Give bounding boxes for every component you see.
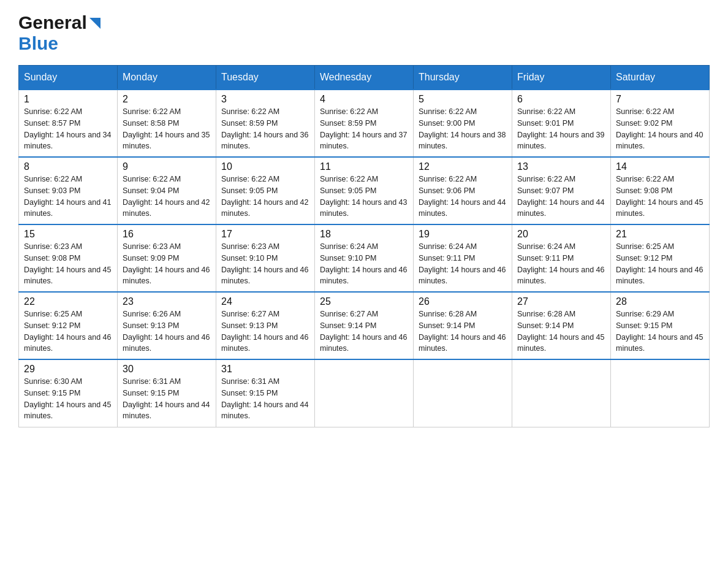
day-headers-row: SundayMondayTuesdayWednesdayThursdayFrid… (19, 66, 710, 90)
day-cell-4: 4Sunrise: 6:22 AMSunset: 8:59 PMDaylight… (315, 90, 414, 157)
day-cell-19: 19Sunrise: 6:24 AMSunset: 9:11 PMDayligh… (414, 224, 512, 292)
day-info: Sunrise: 6:23 AMSunset: 9:09 PMDaylight:… (123, 242, 210, 285)
day-number: 30 (123, 364, 211, 375)
day-info: Sunrise: 6:22 AMSunset: 8:58 PMDaylight:… (123, 107, 210, 150)
empty-cell (512, 359, 611, 427)
day-header-friday: Friday (512, 66, 611, 90)
day-cell-27: 27Sunrise: 6:28 AMSunset: 9:14 PMDayligh… (512, 292, 611, 359)
day-info: Sunrise: 6:22 AMSunset: 8:57 PMDaylight:… (24, 107, 111, 150)
day-cell-21: 21Sunrise: 6:25 AMSunset: 9:12 PMDayligh… (611, 224, 710, 292)
day-number: 12 (419, 161, 507, 172)
day-cell-5: 5Sunrise: 6:22 AMSunset: 9:00 PMDaylight… (414, 90, 512, 157)
day-info: Sunrise: 6:22 AMSunset: 9:01 PMDaylight:… (517, 107, 604, 150)
day-cell-29: 29Sunrise: 6:30 AMSunset: 9:15 PMDayligh… (19, 359, 118, 427)
day-cell-26: 26Sunrise: 6:28 AMSunset: 9:14 PMDayligh… (414, 292, 512, 359)
day-number: 23 (123, 296, 211, 307)
day-number: 16 (123, 229, 211, 240)
day-cell-25: 25Sunrise: 6:27 AMSunset: 9:14 PMDayligh… (315, 292, 414, 359)
day-cell-18: 18Sunrise: 6:24 AMSunset: 9:10 PMDayligh… (315, 224, 414, 292)
day-number: 13 (517, 161, 605, 172)
day-cell-2: 2Sunrise: 6:22 AMSunset: 8:58 PMDaylight… (118, 90, 216, 157)
day-info: Sunrise: 6:24 AMSunset: 9:10 PMDaylight:… (320, 242, 407, 285)
day-cell-3: 3Sunrise: 6:22 AMSunset: 8:59 PMDaylight… (216, 90, 315, 157)
logo-general-text: General (18, 12, 87, 33)
day-number: 4 (320, 94, 408, 105)
day-info: Sunrise: 6:24 AMSunset: 9:11 PMDaylight:… (419, 242, 506, 285)
empty-cell (611, 359, 710, 427)
day-cell-7: 7Sunrise: 6:22 AMSunset: 9:02 PMDaylight… (611, 90, 710, 157)
day-info: Sunrise: 6:24 AMSunset: 9:11 PMDaylight:… (517, 242, 604, 285)
day-cell-12: 12Sunrise: 6:22 AMSunset: 9:06 PMDayligh… (414, 157, 512, 224)
day-info: Sunrise: 6:22 AMSunset: 9:00 PMDaylight:… (419, 107, 506, 150)
svg-marker-0 (89, 18, 100, 29)
day-number: 27 (517, 296, 605, 307)
day-info: Sunrise: 6:29 AMSunset: 9:15 PMDaylight:… (616, 310, 703, 353)
day-cell-23: 23Sunrise: 6:26 AMSunset: 9:13 PMDayligh… (118, 292, 216, 359)
day-number: 24 (221, 296, 309, 307)
day-info: Sunrise: 6:22 AMSunset: 9:06 PMDaylight:… (419, 175, 506, 218)
day-cell-11: 11Sunrise: 6:22 AMSunset: 9:05 PMDayligh… (315, 157, 414, 224)
day-number: 6 (517, 94, 605, 105)
week-row-5: 29Sunrise: 6:30 AMSunset: 9:15 PMDayligh… (19, 359, 710, 427)
day-number: 3 (221, 94, 309, 105)
day-number: 7 (616, 94, 704, 105)
day-info: Sunrise: 6:22 AMSunset: 9:05 PMDaylight:… (320, 175, 407, 218)
day-cell-10: 10Sunrise: 6:22 AMSunset: 9:05 PMDayligh… (216, 157, 315, 224)
day-header-thursday: Thursday (414, 66, 512, 90)
day-number: 22 (24, 296, 112, 307)
day-info: Sunrise: 6:30 AMSunset: 9:15 PMDaylight:… (24, 377, 111, 420)
day-header-sunday: Sunday (19, 66, 118, 90)
day-cell-28: 28Sunrise: 6:29 AMSunset: 9:15 PMDayligh… (611, 292, 710, 359)
day-number: 2 (123, 94, 211, 105)
day-info: Sunrise: 6:22 AMSunset: 9:04 PMDaylight:… (123, 175, 210, 218)
day-info: Sunrise: 6:22 AMSunset: 9:05 PMDaylight:… (221, 175, 308, 218)
day-info: Sunrise: 6:22 AMSunset: 9:08 PMDaylight:… (616, 175, 703, 218)
day-cell-31: 31Sunrise: 6:31 AMSunset: 9:15 PMDayligh… (216, 359, 315, 427)
day-info: Sunrise: 6:28 AMSunset: 9:14 PMDaylight:… (517, 310, 604, 353)
day-number: 31 (221, 364, 309, 375)
logo-blue-text: Blue (18, 33, 58, 53)
day-number: 17 (221, 229, 309, 240)
day-cell-30: 30Sunrise: 6:31 AMSunset: 9:15 PMDayligh… (118, 359, 216, 427)
day-cell-13: 13Sunrise: 6:22 AMSunset: 9:07 PMDayligh… (512, 157, 611, 224)
day-number: 1 (24, 94, 112, 105)
day-info: Sunrise: 6:25 AMSunset: 9:12 PMDaylight:… (24, 310, 111, 353)
day-info: Sunrise: 6:23 AMSunset: 9:08 PMDaylight:… (24, 242, 111, 285)
day-number: 15 (24, 229, 112, 240)
empty-cell (315, 359, 414, 427)
day-cell-22: 22Sunrise: 6:25 AMSunset: 9:12 PMDayligh… (19, 292, 118, 359)
day-cell-17: 17Sunrise: 6:23 AMSunset: 9:10 PMDayligh… (216, 224, 315, 292)
day-cell-15: 15Sunrise: 6:23 AMSunset: 9:08 PMDayligh… (19, 224, 118, 292)
day-cell-14: 14Sunrise: 6:22 AMSunset: 9:08 PMDayligh… (611, 157, 710, 224)
week-row-1: 1Sunrise: 6:22 AMSunset: 8:57 PMDaylight… (19, 90, 710, 157)
day-number: 18 (320, 229, 408, 240)
day-number: 21 (616, 229, 704, 240)
day-header-monday: Monday (118, 66, 216, 90)
day-cell-1: 1Sunrise: 6:22 AMSunset: 8:57 PMDaylight… (19, 90, 118, 157)
day-number: 10 (221, 161, 309, 172)
day-info: Sunrise: 6:28 AMSunset: 9:14 PMDaylight:… (419, 310, 506, 353)
day-header-saturday: Saturday (611, 66, 710, 90)
day-info: Sunrise: 6:22 AMSunset: 9:03 PMDaylight:… (24, 175, 111, 218)
day-number: 5 (419, 94, 507, 105)
day-cell-8: 8Sunrise: 6:22 AMSunset: 9:03 PMDaylight… (19, 157, 118, 224)
day-cell-6: 6Sunrise: 6:22 AMSunset: 9:01 PMDaylight… (512, 90, 611, 157)
day-info: Sunrise: 6:27 AMSunset: 9:13 PMDaylight:… (221, 310, 308, 353)
week-row-3: 15Sunrise: 6:23 AMSunset: 9:08 PMDayligh… (19, 224, 710, 292)
day-number: 11 (320, 161, 408, 172)
day-number: 25 (320, 296, 408, 307)
day-number: 28 (616, 296, 704, 307)
logo-arrow-icon (88, 17, 102, 30)
day-info: Sunrise: 6:22 AMSunset: 8:59 PMDaylight:… (221, 107, 308, 150)
week-row-2: 8Sunrise: 6:22 AMSunset: 9:03 PMDaylight… (19, 157, 710, 224)
day-number: 26 (419, 296, 507, 307)
calendar-table: SundayMondayTuesdayWednesdayThursdayFrid… (18, 65, 710, 427)
day-header-tuesday: Tuesday (216, 66, 315, 90)
day-cell-9: 9Sunrise: 6:22 AMSunset: 9:04 PMDaylight… (118, 157, 216, 224)
day-info: Sunrise: 6:27 AMSunset: 9:14 PMDaylight:… (320, 310, 407, 353)
week-row-4: 22Sunrise: 6:25 AMSunset: 9:12 PMDayligh… (19, 292, 710, 359)
day-info: Sunrise: 6:22 AMSunset: 8:59 PMDaylight:… (320, 107, 407, 150)
day-number: 19 (419, 229, 507, 240)
day-info: Sunrise: 6:31 AMSunset: 9:15 PMDaylight:… (123, 377, 210, 420)
logo: General Blue (18, 12, 102, 54)
